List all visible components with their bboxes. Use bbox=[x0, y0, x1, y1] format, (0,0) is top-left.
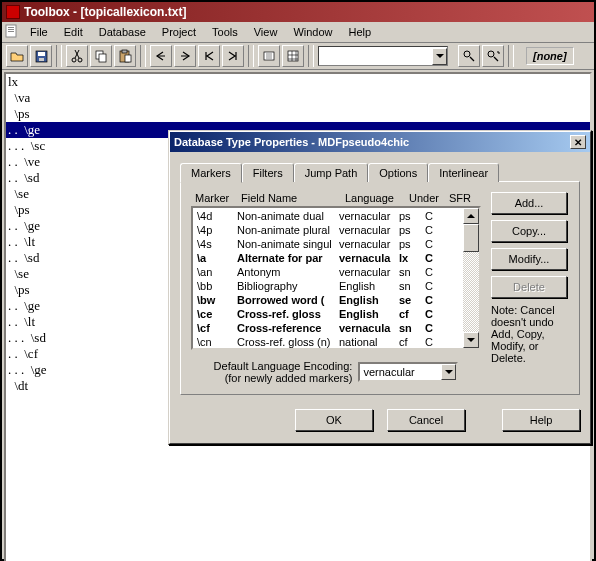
delete-button[interactable]: Delete bbox=[491, 276, 567, 298]
menu-edit[interactable]: Edit bbox=[56, 24, 91, 40]
svg-rect-13 bbox=[125, 55, 131, 62]
tab-interlinear[interactable]: Interlinear bbox=[428, 163, 499, 182]
app-window: Toolbox - [topicallexicon.txt] File Edit… bbox=[0, 0, 596, 561]
toolbar-separator bbox=[248, 45, 254, 67]
svg-rect-2 bbox=[8, 29, 14, 30]
svg-rect-1 bbox=[8, 27, 14, 28]
toolbar-separator bbox=[56, 45, 62, 67]
table-row[interactable]: \bwBorrowed word (EnglishseC bbox=[195, 293, 477, 307]
toolbar-status-label: [none] bbox=[526, 47, 574, 65]
document-line[interactable]: \ps bbox=[6, 106, 590, 122]
col-field-name: Field Name bbox=[241, 192, 345, 204]
dialog-buttons: OK Cancel Help bbox=[180, 409, 580, 431]
window-title: Toolbox - [topicallexicon.txt] bbox=[24, 5, 186, 19]
toolbar-combo[interactable] bbox=[318, 46, 448, 66]
column-headers: Marker Field Name Language Under SFR bbox=[191, 192, 481, 206]
col-sfr: SFR bbox=[449, 192, 479, 204]
table-row[interactable]: \cfCross-referencevernaculasnC bbox=[195, 321, 477, 335]
dialog-title: Database Type Properties - MDFpseudo4chi… bbox=[174, 136, 409, 148]
table-row[interactable]: \aAlternate for parvernaculalxC bbox=[195, 251, 477, 265]
table-row[interactable]: \anAntonymvernacularsnC bbox=[195, 265, 477, 279]
tab-markers[interactable]: Markers bbox=[180, 163, 242, 183]
svg-rect-15 bbox=[288, 51, 298, 61]
toolbar-separator bbox=[508, 45, 514, 67]
menu-window[interactable]: Window bbox=[285, 24, 340, 40]
table-row[interactable]: \ceCross-ref. glossEnglishcfC bbox=[195, 307, 477, 321]
nav-back-icon[interactable] bbox=[150, 45, 172, 67]
tab-filters[interactable]: Filters bbox=[242, 163, 294, 182]
svg-rect-6 bbox=[39, 58, 44, 61]
nav-first-icon[interactable] bbox=[198, 45, 220, 67]
open-icon[interactable] bbox=[6, 45, 28, 67]
help-button[interactable]: Help bbox=[502, 409, 580, 431]
menu-database[interactable]: Database bbox=[91, 24, 154, 40]
scroll-down-icon[interactable] bbox=[463, 332, 479, 348]
scroll-thumb[interactable] bbox=[463, 224, 479, 252]
svg-point-17 bbox=[488, 51, 494, 57]
menu-view[interactable]: View bbox=[246, 24, 286, 40]
scroll-track[interactable] bbox=[463, 252, 479, 332]
col-marker: Marker bbox=[195, 192, 241, 204]
svg-rect-12 bbox=[122, 50, 127, 53]
tab-options[interactable]: Options bbox=[368, 163, 428, 182]
toolbar-separator bbox=[140, 45, 146, 67]
menu-file[interactable]: File bbox=[22, 24, 56, 40]
doc-icon bbox=[4, 24, 18, 38]
menu-help[interactable]: Help bbox=[341, 24, 380, 40]
document-line[interactable]: lx bbox=[6, 74, 590, 90]
document-line[interactable]: \va bbox=[6, 90, 590, 106]
table-row[interactable]: \cnCross-ref. gloss (n)nationalcfC bbox=[195, 335, 477, 349]
default-encoding-value: vernacular bbox=[363, 366, 414, 378]
markers-listbox[interactable]: \4dNon-animate dualvernacularpsC\4pNon-a… bbox=[191, 206, 481, 350]
col-language: Language bbox=[345, 192, 409, 204]
find-icon[interactable] bbox=[458, 45, 480, 67]
svg-rect-3 bbox=[8, 31, 14, 32]
scrollbar[interactable] bbox=[463, 208, 479, 348]
save-icon[interactable] bbox=[30, 45, 52, 67]
svg-point-16 bbox=[464, 51, 470, 57]
toolbar: [none] bbox=[2, 43, 594, 70]
chevron-down-icon[interactable] bbox=[432, 48, 447, 65]
default-encoding-select[interactable]: vernacular bbox=[358, 362, 458, 382]
copy-button[interactable]: Copy... bbox=[491, 220, 567, 242]
svg-rect-5 bbox=[38, 52, 45, 56]
dialog-titlebar: Database Type Properties - MDFpseudo4chi… bbox=[170, 132, 590, 152]
tab-panel: Marker Field Name Language Under SFR \4d… bbox=[180, 181, 580, 395]
table-row[interactable]: \4dNon-animate dualvernacularpsC bbox=[195, 209, 477, 223]
grid-icon[interactable] bbox=[282, 45, 304, 67]
svg-point-7 bbox=[72, 58, 76, 62]
cut-icon[interactable] bbox=[66, 45, 88, 67]
note-text: Note: Cancel doesn't undo Add, Copy, Mod… bbox=[491, 304, 569, 364]
cancel-button[interactable]: Cancel bbox=[387, 409, 465, 431]
toolbar-separator bbox=[308, 45, 314, 67]
titlebar: Toolbox - [topicallexicon.txt] bbox=[2, 2, 594, 22]
col-under: Under bbox=[409, 192, 449, 204]
dialog: Database Type Properties - MDFpseudo4chi… bbox=[168, 130, 592, 445]
table-row[interactable]: \bbBibliographyEnglishsnC bbox=[195, 279, 477, 293]
default-encoding-row: Default Language Encoding: (for newly ad… bbox=[191, 350, 481, 384]
add-button[interactable]: Add... bbox=[491, 192, 567, 214]
menu-project[interactable]: Project bbox=[154, 24, 204, 40]
svg-rect-10 bbox=[99, 54, 106, 62]
tab-jump-path[interactable]: Jump Path bbox=[294, 163, 369, 182]
nav-last-icon[interactable] bbox=[222, 45, 244, 67]
table-row[interactable]: \4pNon-animate pluralvernacularpsC bbox=[195, 223, 477, 237]
copy-icon[interactable] bbox=[90, 45, 112, 67]
app-icon bbox=[6, 5, 20, 19]
scroll-up-icon[interactable] bbox=[463, 208, 479, 224]
find-next-icon[interactable] bbox=[482, 45, 504, 67]
menu-tools[interactable]: Tools bbox=[204, 24, 246, 40]
ok-button[interactable]: OK bbox=[295, 409, 373, 431]
menubar: File Edit Database Project Tools View Wi… bbox=[2, 22, 594, 43]
paste-icon[interactable] bbox=[114, 45, 136, 67]
tab-strip: Markers Filters Jump Path Options Interl… bbox=[180, 163, 580, 182]
nav-forward-icon[interactable] bbox=[174, 45, 196, 67]
close-icon[interactable]: ✕ bbox=[570, 135, 586, 149]
insert-record-icon[interactable] bbox=[258, 45, 280, 67]
chevron-down-icon[interactable] bbox=[441, 364, 456, 380]
table-row[interactable]: \4sNon-animate singulvernacularpsC bbox=[195, 237, 477, 251]
modify-button[interactable]: Modify... bbox=[491, 248, 567, 270]
svg-point-8 bbox=[78, 58, 82, 62]
default-encoding-label: Default Language Encoding: (for newly ad… bbox=[214, 360, 353, 384]
